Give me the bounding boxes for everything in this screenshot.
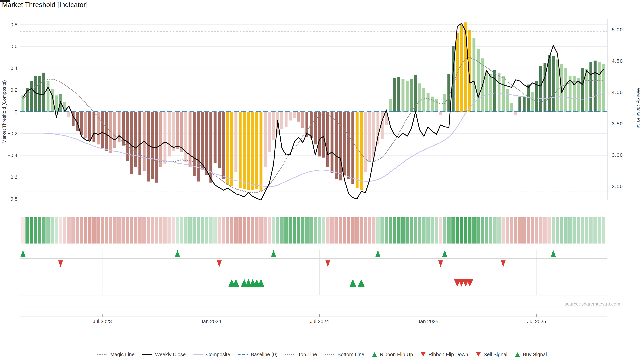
threshold-bar [435, 99, 438, 112]
threshold-bar [489, 74, 492, 112]
threshold-bar [406, 81, 409, 112]
threshold-bar [318, 112, 321, 157]
ribbon-cell [393, 217, 396, 244]
legend-item-ribbon-flip-up[interactable]: Ribbon Flip Up [372, 352, 413, 357]
legend-item-magic-line[interactable]: Magic Line [97, 352, 134, 357]
x-tick-label: Jul 2025 [527, 319, 546, 324]
legend-item-bottom-line[interactable]: Bottom Line [324, 352, 364, 357]
ribbon-cell [447, 217, 451, 244]
legend-item-top-line[interactable]: Top Line [285, 352, 317, 357]
legend-label: Baseline (0) [251, 352, 278, 357]
ribbon-cell [180, 217, 183, 244]
legend-item-weekly-close[interactable]: Weekly Close [142, 352, 186, 357]
ribbon-cell [476, 217, 480, 244]
ribbon-cell [26, 217, 29, 244]
threshold-bar [256, 112, 258, 189]
ribbon-cell [355, 217, 359, 244]
ribbon-cell [159, 217, 162, 244]
legend-item-buy-signal[interactable]: Buy Signal [515, 352, 547, 357]
ribbon-cell [100, 217, 104, 244]
ribbon-cell [201, 217, 204, 244]
left-tick-label: 0.4 [10, 65, 18, 71]
ribbon-cell [456, 217, 459, 244]
ribbon-cell [276, 217, 280, 244]
ribbon-cell [142, 217, 146, 244]
threshold-bar [247, 112, 250, 190]
ribbon-cell [322, 217, 325, 244]
ribbon-cell [213, 217, 217, 244]
legend-label: Buy Signal [523, 352, 547, 357]
ribbon-cell [259, 217, 263, 244]
ribbon-cell [301, 217, 304, 244]
ribbon-cell [326, 217, 330, 244]
ribbon-cell [351, 217, 354, 244]
ribbon-cell [247, 217, 250, 244]
legend-label: Weekly Close [155, 352, 186, 357]
legend-label: Composite [206, 352, 230, 357]
fine-dotted-line-icon [324, 354, 335, 356]
right-tick-label: 3.50 [612, 121, 623, 126]
ribbon-cell [46, 217, 50, 244]
threshold-bar [176, 112, 179, 149]
legend-label: Ribbon Flip Down [428, 352, 468, 357]
left-tick-label: −0.8 [8, 196, 18, 202]
ribbon-cell [522, 217, 526, 244]
ribbon-cell [518, 217, 522, 244]
ribbon-cell [122, 217, 125, 244]
ribbon-cell [67, 217, 70, 244]
ribbon-cell [38, 217, 42, 244]
threshold-bar [494, 70, 496, 112]
legend-item-composite[interactable]: Composite [193, 352, 230, 357]
threshold-bar [113, 112, 116, 148]
ribbon-cell [481, 217, 484, 244]
ribbon-strip [21, 217, 605, 244]
legend-item-sell-signal[interactable]: Sell Signal [476, 352, 507, 357]
ribbon-cell [76, 217, 79, 244]
solid-line-icon [193, 354, 204, 356]
ribbon-cell [493, 217, 496, 244]
legend-item-ribbon-flip-down[interactable]: Ribbon Flip Down [420, 352, 468, 357]
threshold-bar [498, 72, 500, 112]
left-tick-label: 0.8 [10, 22, 18, 27]
left-axis-title: Market Threshold (Composite) [2, 80, 7, 143]
ribbon-flip-down-icon [217, 260, 222, 267]
ribbon-cell [34, 217, 37, 244]
x-tick-label: Jan 2025 [418, 319, 438, 324]
threshold-bar [431, 96, 434, 112]
ribbon-cell [422, 217, 426, 244]
threshold-bar [552, 56, 555, 112]
ribbon-cell [72, 217, 75, 244]
right-axis: 5.004.504.003.503.002.50Weekly Close Pri… [612, 27, 641, 189]
threshold-bar [159, 112, 162, 167]
ribbon-cell [510, 217, 513, 244]
ribbon-cell [368, 217, 371, 244]
right-tick-label: 3.00 [612, 152, 623, 158]
ribbon-cell [548, 217, 551, 244]
x-tick-label: Jul 2024 [310, 319, 329, 324]
threshold-bar [556, 59, 559, 112]
x-tick-label: Jul 2023 [93, 319, 112, 324]
ribbon-cell [184, 217, 188, 244]
ribbon-cell [50, 217, 54, 244]
threshold-bar [101, 112, 104, 148]
ribbon-cell [406, 217, 409, 244]
ribbon-cell [305, 217, 308, 244]
dotted-line-icon [97, 354, 108, 356]
threshold-bar [180, 112, 183, 152]
ribbon-cell [418, 217, 422, 244]
legend-label: Bottom Line [338, 352, 364, 357]
threshold-bar [368, 112, 371, 161]
ribbon-cell [197, 217, 200, 244]
legend-label: Magic Line [110, 352, 134, 357]
threshold-bar [226, 112, 229, 185]
ribbon-cell [238, 217, 242, 244]
legend-item-baseline-0-[interactable]: Baseline (0) [238, 352, 278, 357]
ribbon-cell [146, 217, 150, 244]
threshold-bar [46, 81, 50, 112]
ribbon-cell [498, 217, 501, 244]
threshold-bar [448, 74, 450, 112]
ribbon-flip-up-icon [20, 250, 26, 257]
ribbon-cell [88, 217, 92, 244]
threshold-bar [109, 112, 112, 153]
ribbon-cell [552, 217, 555, 244]
